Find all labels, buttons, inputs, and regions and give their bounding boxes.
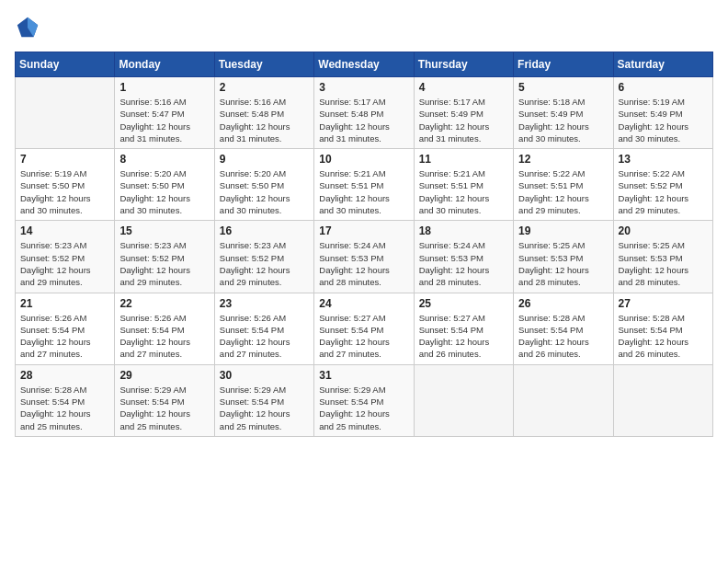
calendar-cell: 27Sunrise: 5:28 AM Sunset: 5:54 PM Dayli… [613, 293, 712, 364]
day-info: Sunrise: 5:19 AM Sunset: 5:49 PM Dayligh… [619, 96, 708, 144]
calendar-cell: 5Sunrise: 5:18 AM Sunset: 5:49 PM Daylig… [514, 77, 613, 149]
day-number: 12 [518, 153, 608, 166]
calendar-cell: 26Sunrise: 5:28 AM Sunset: 5:54 PM Dayli… [514, 293, 613, 364]
day-info: Sunrise: 5:23 AM Sunset: 5:52 PM Dayligh… [119, 239, 209, 288]
day-number: 25 [419, 297, 508, 310]
calendar-cell: 31Sunrise: 5:29 AM Sunset: 5:54 PM Dayli… [314, 364, 414, 436]
calendar-cell: 18Sunrise: 5:24 AM Sunset: 5:53 PM Dayli… [414, 221, 513, 293]
day-number: 4 [419, 81, 508, 94]
day-info: Sunrise: 5:18 AM Sunset: 5:49 PM Dayligh… [518, 96, 608, 144]
calendar-table: SundayMondayTuesdayWednesdayThursdayFrid… [15, 52, 713, 437]
day-number: 14 [20, 224, 109, 237]
day-number: 30 [220, 369, 309, 382]
day-number: 29 [119, 369, 209, 382]
calendar-cell: 3Sunrise: 5:17 AM Sunset: 5:48 PM Daylig… [314, 77, 414, 149]
calendar-cell: 24Sunrise: 5:27 AM Sunset: 5:54 PM Dayli… [314, 293, 414, 364]
weekday-header: Tuesday [214, 52, 313, 77]
day-number: 8 [119, 153, 209, 166]
weekday-header: Sunday [16, 52, 115, 77]
calendar-cell: 28Sunrise: 5:28 AM Sunset: 5:54 PM Dayli… [16, 364, 115, 436]
calendar-week-row: 28Sunrise: 5:28 AM Sunset: 5:54 PM Dayli… [16, 364, 713, 436]
day-info: Sunrise: 5:25 AM Sunset: 5:53 PM Dayligh… [619, 239, 708, 288]
day-number: 18 [419, 224, 508, 237]
calendar-cell: 25Sunrise: 5:27 AM Sunset: 5:54 PM Dayli… [414, 293, 513, 364]
calendar-cell [613, 364, 712, 436]
calendar-week-row: 21Sunrise: 5:26 AM Sunset: 5:54 PM Dayli… [16, 293, 713, 364]
day-number: 10 [319, 153, 408, 166]
calendar-cell: 19Sunrise: 5:25 AM Sunset: 5:53 PM Dayli… [514, 221, 613, 293]
calendar-cell: 15Sunrise: 5:23 AM Sunset: 5:52 PM Dayli… [115, 221, 214, 293]
day-info: Sunrise: 5:27 AM Sunset: 5:54 PM Dayligh… [419, 312, 508, 361]
weekday-header: Thursday [414, 52, 513, 77]
day-number: 1 [119, 81, 209, 94]
day-number: 15 [119, 224, 209, 237]
calendar-cell: 2Sunrise: 5:16 AM Sunset: 5:48 PM Daylig… [214, 77, 313, 149]
day-number: 20 [619, 224, 708, 237]
day-info: Sunrise: 5:16 AM Sunset: 5:48 PM Dayligh… [220, 96, 309, 144]
day-info: Sunrise: 5:22 AM Sunset: 5:52 PM Dayligh… [619, 167, 708, 216]
day-number: 13 [619, 153, 708, 166]
calendar-cell: 30Sunrise: 5:29 AM Sunset: 5:54 PM Dayli… [214, 364, 313, 436]
calendar-cell: 12Sunrise: 5:22 AM Sunset: 5:51 PM Dayli… [514, 149, 613, 221]
day-number: 27 [619, 297, 708, 310]
day-number: 28 [20, 369, 109, 382]
day-info: Sunrise: 5:25 AM Sunset: 5:53 PM Dayligh… [518, 239, 608, 288]
day-info: Sunrise: 5:21 AM Sunset: 5:51 PM Dayligh… [319, 167, 408, 216]
day-info: Sunrise: 5:17 AM Sunset: 5:48 PM Dayligh… [319, 96, 408, 144]
calendar-cell: 23Sunrise: 5:26 AM Sunset: 5:54 PM Dayli… [214, 293, 313, 364]
day-number: 11 [419, 153, 508, 166]
calendar-cell [514, 364, 613, 436]
calendar-body: 1Sunrise: 5:16 AM Sunset: 5:47 PM Daylig… [16, 77, 713, 437]
day-number: 22 [119, 297, 209, 310]
day-info: Sunrise: 5:19 AM Sunset: 5:50 PM Dayligh… [20, 167, 109, 216]
calendar-cell: 4Sunrise: 5:17 AM Sunset: 5:49 PM Daylig… [414, 77, 513, 149]
day-number: 26 [518, 297, 608, 310]
day-info: Sunrise: 5:22 AM Sunset: 5:51 PM Dayligh… [518, 167, 608, 216]
day-info: Sunrise: 5:28 AM Sunset: 5:54 PM Dayligh… [518, 312, 608, 361]
calendar-cell [414, 364, 513, 436]
day-info: Sunrise: 5:29 AM Sunset: 5:54 PM Dayligh… [319, 384, 408, 432]
day-number: 6 [619, 81, 708, 94]
calendar-cell: 20Sunrise: 5:25 AM Sunset: 5:53 PM Dayli… [613, 221, 712, 293]
day-info: Sunrise: 5:28 AM Sunset: 5:54 PM Dayligh… [20, 384, 109, 432]
day-info: Sunrise: 5:26 AM Sunset: 5:54 PM Dayligh… [20, 312, 109, 361]
calendar-cell: 1Sunrise: 5:16 AM Sunset: 5:47 PM Daylig… [115, 77, 214, 149]
weekday-header: Friday [514, 52, 613, 77]
day-info: Sunrise: 5:24 AM Sunset: 5:53 PM Dayligh… [419, 239, 508, 288]
day-info: Sunrise: 5:26 AM Sunset: 5:54 PM Dayligh… [220, 312, 309, 361]
calendar-cell: 11Sunrise: 5:21 AM Sunset: 5:51 PM Dayli… [414, 149, 513, 221]
day-info: Sunrise: 5:28 AM Sunset: 5:54 PM Dayligh… [619, 312, 708, 361]
day-info: Sunrise: 5:29 AM Sunset: 5:54 PM Dayligh… [119, 384, 209, 432]
calendar-cell: 7Sunrise: 5:19 AM Sunset: 5:50 PM Daylig… [16, 149, 115, 221]
weekday-header: Wednesday [314, 52, 414, 77]
calendar-week-row: 14Sunrise: 5:23 AM Sunset: 5:52 PM Dayli… [16, 221, 713, 293]
day-number: 7 [20, 153, 109, 166]
calendar-cell: 16Sunrise: 5:23 AM Sunset: 5:52 PM Dayli… [214, 221, 313, 293]
day-number: 16 [220, 224, 309, 237]
calendar-header: SundayMondayTuesdayWednesdayThursdayFrid… [16, 52, 713, 77]
day-number: 21 [20, 297, 109, 310]
day-number: 9 [220, 153, 309, 166]
calendar-cell [16, 77, 115, 149]
day-number: 2 [220, 81, 309, 94]
calendar-cell: 22Sunrise: 5:26 AM Sunset: 5:54 PM Dayli… [115, 293, 214, 364]
calendar-cell: 17Sunrise: 5:24 AM Sunset: 5:53 PM Dayli… [314, 221, 414, 293]
page-header [15, 15, 713, 40]
calendar-cell: 6Sunrise: 5:19 AM Sunset: 5:49 PM Daylig… [613, 77, 712, 149]
calendar-week-row: 7Sunrise: 5:19 AM Sunset: 5:50 PM Daylig… [16, 149, 713, 221]
calendar-cell: 8Sunrise: 5:20 AM Sunset: 5:50 PM Daylig… [115, 149, 214, 221]
day-info: Sunrise: 5:17 AM Sunset: 5:49 PM Dayligh… [419, 96, 508, 144]
day-info: Sunrise: 5:23 AM Sunset: 5:52 PM Dayligh… [20, 239, 109, 288]
day-number: 24 [319, 297, 408, 310]
day-info: Sunrise: 5:26 AM Sunset: 5:54 PM Dayligh… [119, 312, 209, 361]
calendar-week-row: 1Sunrise: 5:16 AM Sunset: 5:47 PM Daylig… [16, 77, 713, 149]
calendar-cell: 21Sunrise: 5:26 AM Sunset: 5:54 PM Dayli… [16, 293, 115, 364]
day-info: Sunrise: 5:21 AM Sunset: 5:51 PM Dayligh… [419, 167, 508, 216]
weekday-row: SundayMondayTuesdayWednesdayThursdayFrid… [16, 52, 713, 77]
day-number: 5 [518, 81, 608, 94]
day-info: Sunrise: 5:24 AM Sunset: 5:53 PM Dayligh… [319, 239, 408, 288]
day-info: Sunrise: 5:20 AM Sunset: 5:50 PM Dayligh… [220, 167, 309, 216]
calendar-cell: 14Sunrise: 5:23 AM Sunset: 5:52 PM Dayli… [16, 221, 115, 293]
day-info: Sunrise: 5:16 AM Sunset: 5:47 PM Dayligh… [119, 96, 209, 144]
day-info: Sunrise: 5:23 AM Sunset: 5:52 PM Dayligh… [220, 239, 309, 288]
